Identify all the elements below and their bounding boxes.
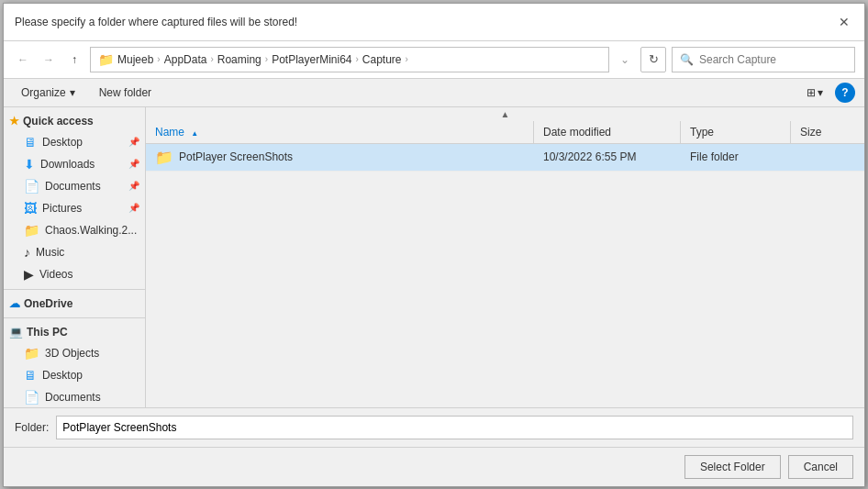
quick-access-icon: ★ <box>9 115 19 128</box>
sidebar-this-pc-header[interactable]: 💻 This PC <box>4 322 145 342</box>
breadcrumb-roaming[interactable]: Roaming <box>217 53 262 66</box>
views-button[interactable]: ⊞ ▾ <box>800 83 829 103</box>
pin-icon: 📌 <box>128 137 139 147</box>
desktop-icon: 🖥 <box>24 135 37 150</box>
breadcrumb-arrow-1: › <box>157 54 160 64</box>
breadcrumb-folder-icon: 📁 <box>98 52 114 67</box>
folder-input[interactable] <box>56 416 853 439</box>
action-buttons-bar: Select Folder Cancel <box>4 447 864 486</box>
breadcrumb[interactable]: 📁 Mujeeb › AppData › Roaming › PotPlayer… <box>90 47 609 72</box>
onedrive-icon: ☁ <box>9 297 20 310</box>
column-size-label: Size <box>800 126 821 139</box>
documents-icon: 📄 <box>24 179 39 194</box>
organize-label: Organize <box>21 86 66 99</box>
breadcrumb-arrow-2: › <box>210 54 213 64</box>
sidebar-item-documents-quick[interactable]: 📄 Documents 📌 <box>4 175 145 197</box>
sidebar-label: Documents <box>45 391 101 404</box>
sidebar-label: Pictures <box>42 202 82 215</box>
file-browser-dialog: Please specify a folder where captured f… <box>3 3 865 487</box>
documents-pc-icon: 📄 <box>24 390 39 405</box>
sidebar-item-downloads-quick[interactable]: ⬇ Downloads 📌 <box>4 153 145 175</box>
sort-arrow-icon: ▲ <box>191 129 198 138</box>
table-row[interactable]: 📁 PotPlayer ScreenShots 10/3/2022 6:55 P… <box>146 144 864 172</box>
column-name[interactable]: Name ▲ <box>146 121 534 143</box>
sidebar-section-this-pc: 💻 This PC 📁 3D Objects 🖥 Desktop 📄 Docum… <box>4 322 145 407</box>
breadcrumb-mujeeb[interactable]: Mujeeb <box>117 53 153 66</box>
breadcrumb-arrow-5: › <box>406 54 408 64</box>
onedrive-label: OneDrive <box>24 297 72 310</box>
breadcrumb-capture[interactable]: Capture <box>362 53 402 66</box>
sidebar-item-desktop-quick[interactable]: 🖥 Desktop 📌 <box>4 131 145 153</box>
title-bar: Please specify a folder where captured f… <box>4 4 864 41</box>
column-type[interactable]: Type <box>681 121 791 143</box>
breadcrumb-arrow-3: › <box>265 54 268 64</box>
breadcrumb-arrow-4: › <box>356 54 359 64</box>
pin-icon: 📌 <box>128 203 139 213</box>
sidebar-item-music-quick[interactable]: ♪ Music <box>4 241 145 263</box>
sidebar-label: Videos <box>39 268 72 281</box>
up-button[interactable]: ↑ <box>64 50 84 70</box>
organize-button[interactable]: Organize ▾ <box>13 83 83 103</box>
cancel-button[interactable]: Cancel <box>788 455 853 479</box>
column-type-label: Type <box>690 126 714 139</box>
sidebar-section-quick-access: ★ Quick access 🖥 Desktop 📌 ⬇ Downloads 📌… <box>4 111 145 285</box>
pin-icon: 📌 <box>128 181 139 191</box>
help-label: ? <box>841 86 848 99</box>
views-icon: ⊞ <box>807 86 816 99</box>
new-folder-label: New folder <box>99 86 151 99</box>
pin-icon: 📌 <box>128 159 139 169</box>
dropdown-button[interactable]: ⌄ <box>615 50 635 70</box>
sidebar-section-onedrive: ☁ OneDrive <box>4 294 145 314</box>
search-input[interactable] <box>699 53 847 66</box>
file-name: PotPlayer ScreenShots <box>179 150 293 163</box>
folder-label: Folder: <box>15 421 49 434</box>
back-button[interactable]: ← <box>13 50 33 70</box>
dialog-title: Please specify a folder where captured f… <box>15 16 297 28</box>
sidebar-onedrive-header[interactable]: ☁ OneDrive <box>4 294 145 314</box>
breadcrumb-potplayer[interactable]: PotPlayerMini64 <box>272 53 351 66</box>
column-size[interactable]: Size <box>791 121 864 143</box>
sidebar-item-3d-objects[interactable]: 📁 3D Objects <box>4 342 145 364</box>
breadcrumb-appdata[interactable]: AppData <box>164 53 207 66</box>
videos-icon: ▶ <box>24 267 34 282</box>
sidebar-item-desktop-pc[interactable]: 🖥 Desktop <box>4 364 145 386</box>
sidebar-label: Documents <box>45 180 101 193</box>
column-date-modified[interactable]: Date modified <box>534 121 681 143</box>
toolbar: Organize ▾ New folder ⊞ ▾ ? <box>4 79 864 107</box>
cancel-label: Cancel <box>804 461 838 473</box>
forward-button[interactable]: → <box>39 50 59 70</box>
this-pc-label: This PC <box>27 326 68 339</box>
select-folder-label: Select Folder <box>700 461 765 473</box>
search-icon: 🔍 <box>680 53 694 66</box>
desktop-pc-icon: 🖥 <box>24 368 37 383</box>
sidebar-item-pictures-quick[interactable]: 🖼 Pictures 📌 <box>4 197 145 219</box>
cell-type: File folder <box>681 144 791 171</box>
sidebar-quick-access-header[interactable]: ★ Quick access <box>4 111 145 131</box>
sidebar-item-chaos-quick[interactable]: 📁 Chaos.Walking.2... <box>4 219 145 241</box>
sidebar-label: Desktop <box>42 136 83 149</box>
file-table: Name ▲ Date modified Type Size <box>146 121 864 407</box>
file-area: ▲ Name ▲ Date modified Type Size <box>146 107 864 407</box>
sidebar: ★ Quick access 🖥 Desktop 📌 ⬇ Downloads 📌… <box>4 107 146 407</box>
sidebar-item-videos-quick[interactable]: ▶ Videos <box>4 263 145 285</box>
close-button[interactable]: ✕ <box>835 13 853 31</box>
downloads-icon: ⬇ <box>24 157 35 172</box>
sidebar-label: Chaos.Walking.2... <box>45 224 137 237</box>
sidebar-divider-1 <box>4 289 145 290</box>
select-folder-button[interactable]: Select Folder <box>684 455 781 479</box>
refresh-button[interactable]: ↻ <box>640 47 666 72</box>
main-area: ★ Quick access 🖥 Desktop 📌 ⬇ Downloads 📌… <box>4 107 864 407</box>
quick-access-label: Quick access <box>23 115 94 128</box>
table-header: Name ▲ Date modified Type Size <box>146 121 864 144</box>
sidebar-label: Music <box>36 246 64 259</box>
cell-size <box>791 144 864 171</box>
new-folder-button[interactable]: New folder <box>91 83 160 103</box>
scroll-up-indicator[interactable]: ▲ <box>146 107 864 121</box>
music-icon: ♪ <box>24 245 30 260</box>
organize-dropdown-icon: ▾ <box>70 86 75 99</box>
3d-objects-icon: 📁 <box>24 346 39 361</box>
sidebar-label: 3D Objects <box>45 347 99 360</box>
column-date-label: Date modified <box>543 126 611 139</box>
sidebar-item-documents-pc[interactable]: 📄 Documents <box>4 386 145 407</box>
help-button[interactable]: ? <box>835 83 855 103</box>
